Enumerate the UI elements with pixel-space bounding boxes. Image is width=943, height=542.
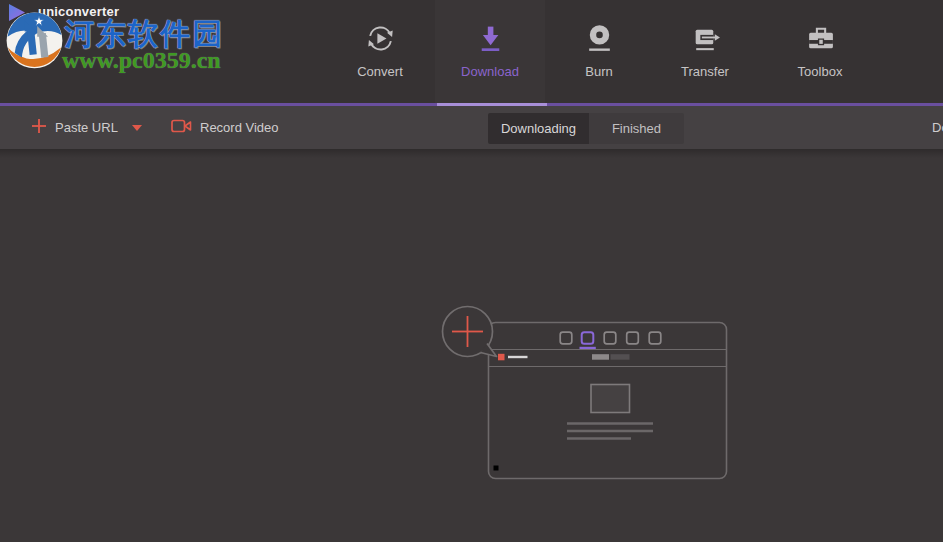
tab-toolbox[interactable]: Toolbox <box>765 0 875 103</box>
download-icon <box>475 23 506 56</box>
tab-download-label: Download <box>461 64 519 79</box>
camcorder-icon <box>171 118 192 137</box>
paste-url-label: Paste URL <box>55 120 118 135</box>
tab-toolbox-label: Toolbox <box>798 64 843 79</box>
empty-downloads-illustration <box>430 295 740 494</box>
chevron-down-icon[interactable] <box>132 125 142 131</box>
plus-bubble-icon <box>443 307 497 357</box>
download-toolbar: Paste URL Record Video Downloading Finis… <box>0 106 943 149</box>
tab-convert[interactable]: Convert <box>325 0 435 103</box>
tab-downloading[interactable]: Downloading <box>488 113 589 144</box>
tab-transfer[interactable]: Transfer <box>650 0 760 103</box>
convert-icon <box>365 23 396 56</box>
browser-window-outline <box>489 323 727 479</box>
tab-convert-label: Convert <box>357 64 403 79</box>
tab-finished-label: Finished <box>612 121 661 136</box>
tab-burn-label: Burn <box>585 64 612 79</box>
record-video-button[interactable]: Record Video <box>171 106 279 149</box>
clipped-right-option[interactable]: Do <box>932 106 943 149</box>
tab-downloading-label: Downloading <box>501 121 576 136</box>
tab-finished[interactable]: Finished <box>589 113 684 144</box>
watermark-site-url: www.pc0359.cn <box>62 47 221 74</box>
tab-download[interactable]: Download <box>435 0 545 103</box>
tab-burn[interactable]: Burn <box>544 0 654 103</box>
transfer-icon <box>690 23 721 56</box>
record-video-label: Record Video <box>200 120 279 135</box>
tab-transfer-label: Transfer <box>681 64 729 79</box>
toolbox-icon <box>805 23 836 56</box>
paste-url-button[interactable]: Paste URL <box>31 106 142 149</box>
plus-icon <box>31 118 47 137</box>
watermark-site-logo <box>3 8 66 75</box>
burn-icon <box>584 23 615 56</box>
download-filter-tabs: Downloading Finished <box>488 113 684 144</box>
uniconverter-window: { "app": { "name": "uniconverter" }, "wa… <box>0 0 943 542</box>
toolbar-shadow <box>0 149 943 158</box>
